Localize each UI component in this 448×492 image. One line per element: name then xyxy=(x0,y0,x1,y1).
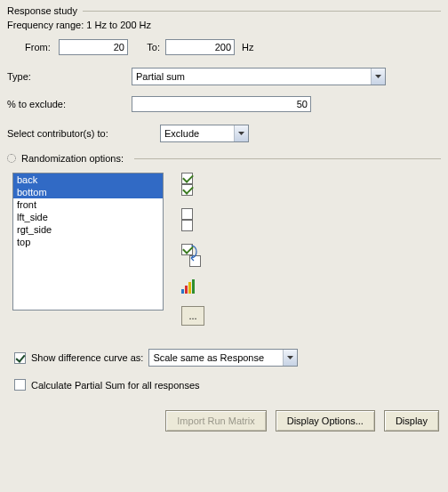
from-input[interactable] xyxy=(59,39,128,55)
more-label: ... xyxy=(188,311,196,321)
list-item[interactable]: rgt_side xyxy=(13,223,163,236)
button-label: Import Run Matrix xyxy=(177,415,254,426)
bar-chart-icon[interactable] xyxy=(181,279,204,294)
import-run-matrix-button[interactable]: Import Run Matrix xyxy=(165,410,266,432)
to-input[interactable] xyxy=(165,39,235,55)
chevron-down-icon xyxy=(234,125,248,141)
more-button[interactable]: ... xyxy=(181,306,204,326)
list-item[interactable]: back xyxy=(13,173,163,186)
swap-arrows-icon xyxy=(189,244,202,267)
type-value: Partial sum xyxy=(136,71,371,82)
type-dropdown[interactable]: Partial sum xyxy=(132,68,386,85)
pct-exclude-input[interactable] xyxy=(132,96,311,112)
from-label: From: xyxy=(25,42,59,52)
calc-partial-sum-label: Calculate Partial Sum for all responses xyxy=(31,380,200,391)
hz-unit: Hz xyxy=(235,42,253,52)
diff-curve-scale-value: Scale same as Response xyxy=(153,352,283,363)
randomization-title: Randomization options: xyxy=(21,153,129,164)
checked-box-icon xyxy=(181,173,193,184)
button-label: Display Options... xyxy=(287,415,364,426)
pct-exclude-label: % to exclude: xyxy=(7,99,132,109)
list-item[interactable]: top xyxy=(13,236,163,248)
to-label: To: xyxy=(128,42,165,52)
checkbox-box-icon xyxy=(14,379,26,391)
invert-selection-button[interactable] xyxy=(181,244,201,267)
collapse-icon[interactable] xyxy=(7,154,16,163)
calc-partial-sum-checkbox[interactable]: Calculate Partial Sum for all responses xyxy=(14,379,200,391)
button-label: Display xyxy=(396,415,428,426)
separator xyxy=(134,158,441,159)
display-options-button[interactable]: Display Options... xyxy=(276,410,375,432)
type-label: Type: xyxy=(7,71,132,82)
empty-box-icon xyxy=(181,208,193,220)
checkbox-box-icon xyxy=(14,352,26,364)
select-none-button[interactable] xyxy=(181,208,204,231)
show-diff-curve-checkbox[interactable]: Show difference curve as: xyxy=(14,352,143,364)
chevron-down-icon xyxy=(371,69,385,85)
select-contrib-value: Exclude xyxy=(164,128,234,139)
separator xyxy=(83,11,441,12)
select-contrib-label: Select contributor(s) to: xyxy=(7,128,160,139)
response-study-title: Response study xyxy=(7,5,83,16)
list-item[interactable]: lft_side xyxy=(13,211,163,223)
show-diff-curve-label: Show difference curve as: xyxy=(31,352,143,363)
select-all-button[interactable] xyxy=(181,173,204,196)
list-item[interactable]: bottom xyxy=(13,186,163,198)
select-contrib-dropdown[interactable]: Exclude xyxy=(160,125,249,142)
chevron-down-icon xyxy=(283,350,297,366)
empty-box-icon xyxy=(181,220,193,231)
list-item[interactable]: front xyxy=(13,198,163,211)
diff-curve-scale-dropdown[interactable]: Scale same as Response xyxy=(148,349,298,367)
checked-box-icon xyxy=(181,184,193,196)
contributors-listbox[interactable]: backbottomfrontlft_sidergt_sidetop xyxy=(12,173,164,311)
frequency-range-label: Frequency range: 1 Hz to 200 Hz xyxy=(7,20,151,30)
display-button[interactable]: Display xyxy=(384,410,439,432)
